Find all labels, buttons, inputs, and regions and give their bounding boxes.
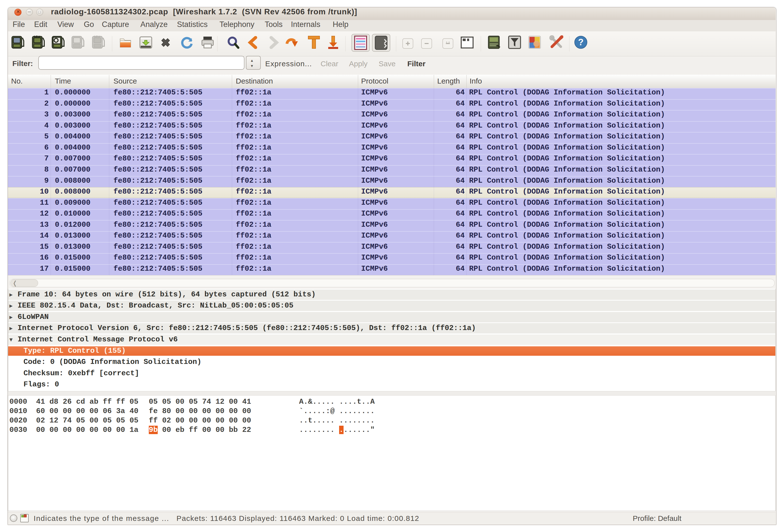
svg-text:?: ? (578, 37, 584, 47)
